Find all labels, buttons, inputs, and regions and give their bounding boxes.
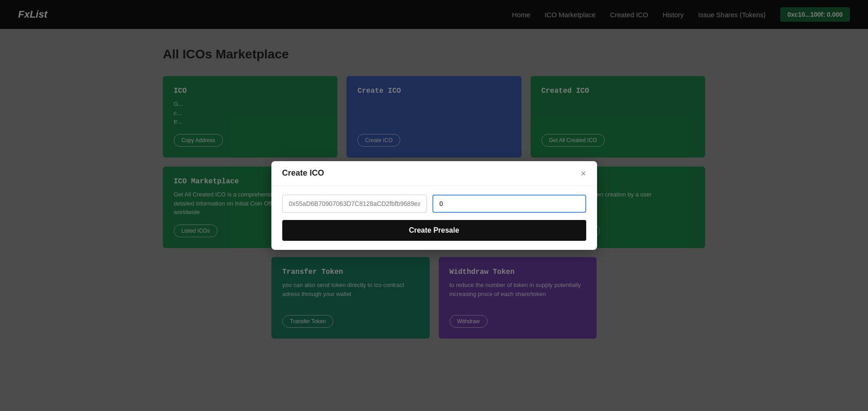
address-input[interactable] <box>282 195 427 213</box>
modal-header: Create ICO × <box>271 161 597 186</box>
modal-close-button[interactable]: × <box>581 169 586 178</box>
create-presale-button[interactable]: Create Presale <box>282 220 586 241</box>
modal-inputs <box>282 195 586 213</box>
create-ico-modal: Create ICO × Create Presale <box>271 161 597 250</box>
modal-body: Create Presale <box>271 186 597 250</box>
amount-input[interactable] <box>432 195 586 213</box>
modal-overlay[interactable]: Create ICO × Create Presale <box>0 0 868 411</box>
modal-title: Create ICO <box>282 168 324 178</box>
